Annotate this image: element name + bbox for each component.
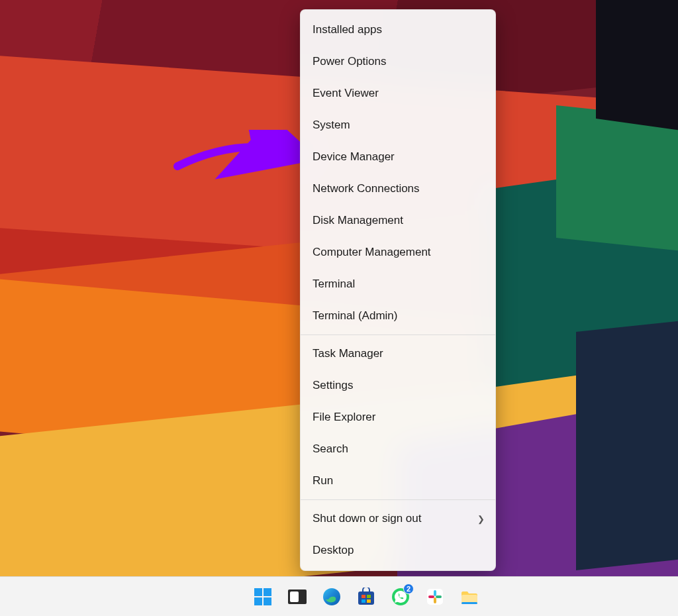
menu-item-installed-apps[interactable]: Installed apps bbox=[301, 14, 495, 46]
svg-rect-17 bbox=[428, 595, 434, 598]
taskbar: 2 bbox=[0, 576, 678, 616]
svg-rect-1 bbox=[264, 588, 271, 596]
menu-item-shut-down-or-sign-out[interactable]: Shut down or sign out ❯ bbox=[301, 503, 495, 535]
menu-item-terminal[interactable]: Terminal bbox=[301, 268, 495, 300]
menu-item-task-manager[interactable]: Task Manager bbox=[301, 338, 495, 370]
winx-context-menu: Installed apps Power Options Event Viewe… bbox=[300, 9, 496, 571]
svg-rect-10 bbox=[362, 599, 365, 603]
menu-item-label: Terminal (Admin) bbox=[313, 309, 483, 323]
svg-rect-9 bbox=[367, 595, 371, 598]
svg-rect-15 bbox=[436, 595, 442, 598]
menu-item-label: Desktop bbox=[313, 544, 483, 557]
svg-rect-3 bbox=[264, 597, 271, 605]
svg-rect-2 bbox=[254, 597, 262, 605]
menu-item-desktop[interactable]: Desktop bbox=[301, 535, 495, 566]
svg-rect-14 bbox=[434, 590, 436, 596]
menu-item-label: Computer Management bbox=[313, 246, 483, 259]
notification-badge: 2 bbox=[403, 584, 414, 594]
menu-item-terminal-admin[interactable]: Terminal (Admin) bbox=[301, 300, 495, 332]
menu-item-label: Settings bbox=[313, 379, 483, 392]
svg-rect-19 bbox=[461, 602, 477, 604]
menu-item-label: Search bbox=[313, 442, 483, 456]
menu-item-label: Power Options bbox=[313, 55, 483, 68]
svg-rect-0 bbox=[254, 588, 262, 596]
menu-item-power-options[interactable]: Power Options bbox=[301, 46, 495, 77]
menu-item-file-explorer[interactable]: File Explorer bbox=[301, 401, 495, 433]
chevron-right-icon: ❯ bbox=[477, 514, 485, 524]
slack-icon[interactable] bbox=[424, 586, 446, 607]
menu-item-label: Shut down or sign out bbox=[313, 512, 477, 525]
menu-item-label: Disk Management bbox=[313, 214, 483, 227]
menu-item-computer-management[interactable]: Computer Management bbox=[301, 236, 495, 268]
edge-icon[interactable] bbox=[321, 586, 342, 607]
menu-item-label: Terminal bbox=[313, 278, 483, 291]
menu-divider bbox=[301, 499, 495, 500]
menu-item-search[interactable]: Search bbox=[301, 433, 495, 465]
store-icon[interactable] bbox=[356, 586, 377, 607]
menu-item-label: System bbox=[313, 119, 483, 132]
svg-rect-7 bbox=[358, 591, 374, 605]
taskbar-center: 2 bbox=[252, 586, 480, 607]
menu-item-label: File Explorer bbox=[313, 411, 483, 424]
menu-item-label: Event Viewer bbox=[313, 87, 483, 100]
menu-item-label: Installed apps bbox=[313, 23, 483, 36]
whatsapp-icon[interactable]: 2 bbox=[390, 586, 411, 607]
menu-item-label: Device Manager bbox=[313, 150, 483, 164]
svg-rect-11 bbox=[367, 599, 371, 603]
menu-divider bbox=[301, 334, 495, 335]
menu-item-disk-management[interactable]: Disk Management bbox=[301, 205, 495, 236]
menu-item-device-manager[interactable]: Device Manager bbox=[301, 141, 495, 173]
taskview-icon[interactable] bbox=[287, 586, 308, 607]
menu-item-label: Network Connections bbox=[313, 182, 483, 195]
svg-rect-8 bbox=[362, 595, 365, 598]
svg-rect-5 bbox=[290, 591, 299, 602]
explorer-icon[interactable] bbox=[459, 586, 480, 607]
menu-item-system[interactable]: System bbox=[301, 109, 495, 141]
menu-item-run[interactable]: Run bbox=[301, 465, 495, 497]
svg-rect-16 bbox=[434, 597, 436, 603]
menu-item-label: Task Manager bbox=[313, 347, 483, 360]
menu-item-label: Run bbox=[313, 474, 483, 488]
menu-item-network-connections[interactable]: Network Connections bbox=[301, 173, 495, 205]
menu-item-event-viewer[interactable]: Event Viewer bbox=[301, 77, 495, 109]
menu-item-settings[interactable]: Settings bbox=[301, 370, 495, 401]
start-icon[interactable] bbox=[252, 586, 273, 607]
